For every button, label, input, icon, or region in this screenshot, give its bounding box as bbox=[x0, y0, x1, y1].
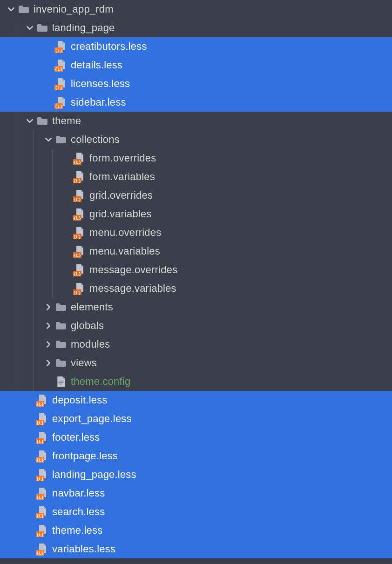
tree-file[interactable]: {L}details.less bbox=[0, 56, 392, 74]
file-less-icon: {L} bbox=[74, 282, 86, 295]
tree-file[interactable]: {L}frontpage.less bbox=[0, 447, 392, 465]
indent-guide bbox=[24, 205, 43, 223]
indent-guide bbox=[6, 503, 24, 521]
chevron-down-icon[interactable] bbox=[43, 134, 54, 145]
folder-icon bbox=[55, 338, 67, 350]
tree-folder[interactable]: elements bbox=[0, 298, 392, 316]
tree-file[interactable]: {L}form.overrides bbox=[0, 149, 392, 168]
tree-file[interactable]: {L}message.variables bbox=[0, 279, 392, 298]
indent-guide bbox=[6, 521, 24, 540]
file-config-icon bbox=[55, 376, 67, 388]
tree-file[interactable]: {L}licenses.less bbox=[0, 74, 392, 93]
tree-file[interactable]: {L}search.less bbox=[0, 503, 392, 521]
tree-file[interactable]: {L}creatibutors.less bbox=[0, 37, 392, 56]
indent-guide bbox=[6, 298, 24, 316]
indent-guide bbox=[43, 149, 61, 168]
chevron-down-icon[interactable] bbox=[24, 22, 35, 34]
tree-item-label: search.less bbox=[52, 506, 105, 518]
chevron-right-icon[interactable] bbox=[43, 339, 54, 350]
file-less-icon: {L} bbox=[36, 431, 48, 443]
file-less-icon: {L} bbox=[36, 506, 48, 518]
indent-guide bbox=[6, 223, 24, 242]
indent-guide bbox=[6, 261, 24, 279]
arrow-spacer bbox=[61, 246, 73, 257]
indent-guide bbox=[24, 130, 43, 149]
indent-guide bbox=[6, 316, 24, 335]
folder-icon bbox=[55, 357, 67, 369]
tree-file[interactable]: {L}export_page.less bbox=[0, 410, 392, 428]
file-less-icon: {L} bbox=[74, 189, 86, 201]
tree-item-label: footer.less bbox=[52, 431, 100, 443]
file-tree: invenio_app_rdmlanding_page{L}creatibuto… bbox=[0, 0, 392, 558]
svg-text:{L}: {L} bbox=[74, 272, 81, 276]
indent-guide bbox=[43, 205, 61, 223]
tree-item-label: variables.less bbox=[52, 543, 115, 555]
tree-folder[interactable]: invenio_app_rdm bbox=[0, 0, 392, 19]
svg-text:{L}: {L} bbox=[55, 48, 62, 53]
tree-file[interactable]: {L}footer.less bbox=[0, 428, 392, 447]
file-less-icon: {L} bbox=[74, 208, 86, 220]
tree-file[interactable]: {L}form.variables bbox=[0, 168, 392, 186]
tree-file[interactable]: {L}theme.less bbox=[0, 521, 392, 540]
arrow-spacer bbox=[24, 525, 35, 536]
chevron-down-icon[interactable] bbox=[24, 115, 35, 127]
tree-folder[interactable]: collections bbox=[0, 130, 392, 149]
chevron-right-icon[interactable] bbox=[43, 357, 54, 369]
indent-guide bbox=[24, 279, 43, 298]
file-less-icon: {L} bbox=[36, 413, 48, 425]
tree-file[interactable]: {L}sidebar.less bbox=[0, 93, 392, 112]
chevron-right-icon[interactable] bbox=[43, 320, 54, 331]
indent-guide bbox=[6, 149, 24, 168]
svg-text:{L}: {L} bbox=[36, 439, 44, 444]
arrow-spacer bbox=[61, 264, 73, 275]
folder-icon bbox=[36, 22, 48, 34]
svg-text:{L}: {L} bbox=[36, 495, 44, 500]
tree-file[interactable]: {L}grid.variables bbox=[0, 205, 392, 223]
svg-text:{L}: {L} bbox=[55, 67, 62, 72]
tree-file[interactable]: {L}landing_page.less bbox=[0, 465, 392, 484]
tree-folder[interactable]: theme bbox=[0, 112, 392, 130]
tree-file[interactable]: {L}variables.less bbox=[0, 540, 392, 558]
tree-file[interactable]: {L}message.overrides bbox=[0, 261, 392, 279]
tree-item-label: deposit.less bbox=[52, 394, 108, 406]
tree-file[interactable]: {L}menu.variables bbox=[0, 242, 392, 261]
tree-item-label: theme bbox=[52, 115, 81, 127]
tree-file[interactable]: {L}menu.overrides bbox=[0, 223, 392, 242]
svg-text:{L}: {L} bbox=[74, 290, 81, 295]
indent-guide bbox=[43, 242, 61, 261]
tree-folder[interactable]: landing_page bbox=[0, 19, 392, 37]
arrow-spacer bbox=[24, 506, 35, 517]
arrow-spacer bbox=[43, 376, 54, 387]
indent-guide bbox=[6, 354, 24, 372]
indent-guide bbox=[24, 316, 43, 335]
arrow-spacer bbox=[24, 544, 35, 555]
file-less-icon: {L} bbox=[55, 78, 67, 90]
indent-guide bbox=[24, 37, 43, 56]
indent-guide bbox=[24, 56, 43, 74]
chevron-right-icon[interactable] bbox=[43, 302, 54, 313]
tree-item-label: form.variables bbox=[89, 171, 155, 183]
indent-guide bbox=[6, 428, 24, 447]
indent-guide bbox=[24, 168, 43, 186]
file-less-icon: {L} bbox=[36, 487, 48, 499]
arrow-spacer bbox=[24, 395, 35, 406]
file-less-icon: {L} bbox=[55, 59, 67, 71]
tree-file[interactable]: {L}navbar.less bbox=[0, 484, 392, 503]
indent-guide bbox=[24, 354, 43, 372]
tree-folder[interactable]: views bbox=[0, 354, 392, 372]
tree-file[interactable]: {L}grid.overrides bbox=[0, 186, 392, 205]
tree-item-label: modules bbox=[71, 338, 110, 350]
indent-guide bbox=[6, 19, 24, 37]
tree-file[interactable]: theme.config bbox=[0, 372, 392, 391]
folder-icon bbox=[18, 3, 30, 15]
tree-folder[interactable]: globals bbox=[0, 316, 392, 335]
chevron-down-icon[interactable] bbox=[6, 4, 17, 15]
svg-text:{L}: {L} bbox=[74, 253, 81, 258]
tree-folder[interactable]: modules bbox=[0, 335, 392, 354]
arrow-spacer bbox=[61, 153, 73, 164]
tree-item-label: message.overrides bbox=[89, 264, 177, 276]
arrow-spacer bbox=[24, 413, 35, 424]
indent-guide bbox=[6, 391, 24, 410]
tree-file[interactable]: {L}deposit.less bbox=[0, 391, 392, 410]
indent-guide bbox=[43, 279, 61, 298]
